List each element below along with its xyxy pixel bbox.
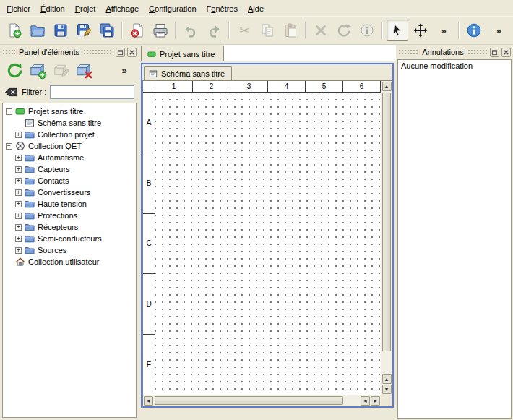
menu-item-fichier[interactable]: Fichier bbox=[1, 1, 35, 16]
collapse-icon[interactable]: − bbox=[6, 143, 12, 150]
save-icon bbox=[53, 22, 69, 38]
expander-spacer bbox=[6, 259, 12, 265]
tree-item-collection-utilisateur[interactable]: Collection utilisateur bbox=[3, 256, 136, 267]
toolbar-separator bbox=[381, 22, 383, 39]
save-as-icon bbox=[76, 22, 92, 38]
save-all-icon bbox=[99, 22, 115, 38]
row-label: B bbox=[143, 153, 155, 214]
scroll-left-button[interactable]: ◄ bbox=[361, 396, 370, 406]
undo-empty-text: Aucune modification bbox=[401, 61, 508, 70]
save-button[interactable] bbox=[50, 20, 72, 41]
menu-item-fenetres[interactable]: Fenêtres bbox=[202, 1, 243, 16]
expand-icon[interactable]: + bbox=[15, 166, 22, 173]
scroll-right-button[interactable]: ► bbox=[371, 396, 380, 406]
print-button[interactable] bbox=[150, 20, 171, 41]
expand-icon[interactable]: + bbox=[15, 213, 22, 219]
close-dock-button[interactable] bbox=[501, 48, 511, 57]
tree-item-collection-qet[interactable]: −Collection QET bbox=[3, 140, 136, 152]
delete-element-button[interactable] bbox=[73, 59, 95, 81]
delete-element-icon bbox=[75, 61, 93, 80]
new-element-button[interactable] bbox=[27, 59, 48, 81]
expand-icon[interactable]: + bbox=[15, 155, 22, 161]
close-dock-button[interactable] bbox=[127, 48, 137, 57]
toolbar-separator bbox=[121, 22, 123, 39]
hscroll-track[interactable] bbox=[155, 396, 360, 405]
expand-icon[interactable]: + bbox=[15, 201, 22, 207]
project-tab[interactable]: Projet sans titre bbox=[141, 46, 224, 61]
menu-item-affichage[interactable]: Affichage bbox=[100, 1, 144, 16]
tree-item-semi-conducteurs[interactable]: +Semi-conducteurs bbox=[3, 233, 136, 244]
save-all-button[interactable] bbox=[96, 20, 118, 41]
pan-mode-button[interactable] bbox=[410, 20, 431, 41]
expand-icon[interactable]: + bbox=[15, 236, 22, 242]
column-label: 5 bbox=[306, 81, 343, 92]
scroll-left-button-start[interactable]: ◄ bbox=[144, 396, 153, 406]
schema-tab[interactable]: Schéma sans titre bbox=[144, 66, 232, 80]
undo-list[interactable]: Aucune modification bbox=[397, 59, 512, 419]
tree-item-haute-tension[interactable]: +Haute tension bbox=[3, 198, 136, 210]
vscroll-track[interactable] bbox=[382, 93, 391, 374]
clear-filter-button[interactable] bbox=[4, 87, 18, 97]
row-label: A bbox=[143, 93, 155, 153]
rotate-button bbox=[333, 20, 355, 41]
tree-item-automatisme[interactable]: +Automatisme bbox=[3, 152, 136, 163]
workspace: Panel d'éléments » Filtrer : −Projet san… bbox=[0, 45, 513, 420]
collapse-icon[interactable]: − bbox=[6, 108, 12, 115]
float-dock-button[interactable] bbox=[116, 48, 125, 57]
tree-item-collection-projet[interactable]: +Collection projet bbox=[3, 129, 136, 140]
expand-icon[interactable]: + bbox=[15, 247, 22, 254]
filter-clear-icon bbox=[4, 87, 18, 97]
reload-collections-button[interactable] bbox=[4, 59, 25, 81]
float-dock-button[interactable] bbox=[490, 48, 499, 57]
vertical-scrollbar[interactable]: ▲ ▲ ▼ bbox=[381, 81, 392, 395]
elements-panel-titlebar[interactable]: Panel d'éléments bbox=[2, 46, 137, 58]
menu-item-aide[interactable]: Aide bbox=[243, 1, 269, 16]
diagram-window: Schéma sans titre 123456 ▲ ▲ ▼ bbox=[141, 63, 394, 408]
menu-item-edition[interactable]: Édition bbox=[35, 1, 70, 16]
vscroll-thumb[interactable] bbox=[382, 93, 391, 351]
select-mode-button[interactable] bbox=[387, 20, 408, 41]
hscroll-thumb[interactable] bbox=[155, 396, 343, 405]
new-document-button[interactable] bbox=[4, 20, 25, 41]
tree-item-protections[interactable]: +Protections bbox=[3, 210, 136, 221]
qelectrotech-window: FichierÉditionProjetAffichageConfigurati… bbox=[0, 0, 513, 420]
diagram-canvas[interactable] bbox=[155, 93, 381, 395]
menu-bar: FichierÉditionProjetAffichageConfigurati… bbox=[0, 0, 513, 16]
tree-item-label: Semi-conducteurs bbox=[38, 234, 102, 243]
tree-item-capteurs[interactable]: +Capteurs bbox=[3, 163, 136, 175]
tree-item-label: Collection QET bbox=[28, 142, 82, 150]
expand-icon[interactable]: + bbox=[15, 178, 22, 184]
scroll-down-button[interactable]: ▼ bbox=[382, 385, 392, 394]
save-as-button[interactable] bbox=[73, 20, 95, 41]
about-qet-button[interactable] bbox=[463, 20, 485, 41]
toolbar-overflow-button[interactable]: » bbox=[433, 20, 454, 41]
close-file-button[interactable] bbox=[126, 20, 148, 41]
scroll-up-button-top[interactable]: ▲ bbox=[382, 82, 392, 91]
tree-item-label: Collection utilisateur bbox=[28, 257, 99, 266]
tree-item-schema-sans-titre[interactable]: Schéma sans titre bbox=[3, 117, 136, 129]
undo-dock-titlebar[interactable]: Annulations bbox=[398, 46, 511, 58]
tree-item-recepteurs[interactable]: +Récepteurs bbox=[3, 221, 136, 233]
folder-icon bbox=[25, 222, 35, 232]
menu-item-projet[interactable]: Projet bbox=[70, 1, 101, 16]
horizontal-scrollbar[interactable]: ◄ ◄ ► bbox=[143, 395, 381, 406]
menu-item-configuration[interactable]: Configuration bbox=[144, 1, 201, 16]
filter-input[interactable] bbox=[50, 85, 134, 99]
tree-item-convertisseurs[interactable]: +Convertisseurs bbox=[3, 187, 136, 198]
elements-panel-title: Panel d'éléments bbox=[17, 48, 81, 56]
tree-item-contacts[interactable]: +Contacts bbox=[3, 175, 136, 187]
dock-grip bbox=[467, 49, 488, 55]
expand-icon[interactable]: + bbox=[15, 132, 22, 138]
toolbar-overflow-right-button[interactable]: » bbox=[488, 20, 509, 41]
column-label: 3 bbox=[230, 81, 268, 92]
scroll-up-button[interactable]: ▲ bbox=[382, 374, 392, 384]
column-label: 4 bbox=[268, 81, 306, 92]
project-icon bbox=[15, 106, 25, 116]
expand-icon[interactable]: + bbox=[15, 189, 22, 196]
tree-item-sources[interactable]: +Sources bbox=[3, 244, 136, 256]
expand-icon[interactable]: + bbox=[15, 224, 22, 231]
panel-overflow-button[interactable]: » bbox=[113, 59, 135, 81]
tree-item-projet-sans-titre[interactable]: −Projet sans titre bbox=[3, 106, 136, 117]
close-icon bbox=[129, 49, 135, 56]
open-document-button[interactable] bbox=[27, 20, 48, 41]
